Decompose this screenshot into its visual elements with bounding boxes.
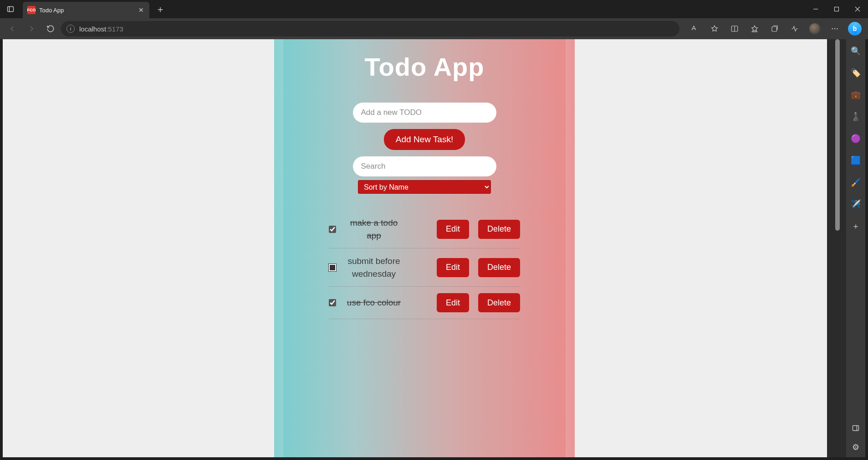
favorites-list-icon[interactable] [745, 20, 764, 37]
sidebar-add-icon[interactable]: ＋ [850, 221, 861, 232]
tab-close-button[interactable]: ✕ [138, 6, 145, 14]
edit-button[interactable]: Edit [437, 220, 469, 239]
add-todo-input[interactable] [353, 103, 496, 123]
todo-checkbox[interactable] [329, 226, 336, 233]
viewport: Todo App Add New Task! Sort by Name make… [3, 39, 846, 457]
scrollbar-thumb[interactable] [835, 39, 840, 231]
site-info-icon[interactable]: i [66, 25, 75, 33]
collections-icon[interactable] [765, 20, 784, 37]
todo-checkbox[interactable] [329, 299, 336, 306]
app-container: Todo App Add New Task! Sort by Name make… [283, 39, 566, 457]
todo-checkbox[interactable] [329, 264, 336, 271]
delete-button[interactable]: Delete [478, 220, 520, 239]
edit-button[interactable]: Edit [437, 293, 469, 312]
tab-actions-icon[interactable] [3, 1, 18, 17]
sort-select[interactable]: Sort by Name [358, 180, 491, 194]
sidebar-outlook-icon[interactable]: 🟦 [850, 155, 861, 166]
vertical-scrollbar[interactable] [827, 39, 846, 457]
add-task-button[interactable]: Add New Task! [384, 129, 465, 150]
todo-actions: EditDelete [437, 220, 520, 239]
tab-title: Todo App [39, 7, 134, 14]
url-port: :5173 [106, 25, 123, 33]
todo-actions: EditDelete [437, 258, 520, 277]
window-maximize-button[interactable] [826, 0, 847, 18]
delete-button[interactable]: Delete [478, 293, 520, 312]
todo-list: make a todo appEditDeletesubmit before w… [329, 210, 520, 319]
svg-rect-13 [853, 426, 859, 431]
profile-avatar[interactable] [805, 20, 824, 37]
svg-rect-9 [772, 27, 777, 32]
svg-point-12 [837, 28, 837, 29]
window-close-button[interactable] [847, 0, 868, 18]
nav-forward-button [23, 20, 40, 37]
todo-text: make a todo app [344, 217, 403, 242]
svg-rect-3 [835, 7, 839, 11]
nav-back-button[interactable] [4, 20, 21, 37]
url-box[interactable]: i localhost:5173 [61, 21, 679, 36]
todo-row: submit before wednesdayEditDelete [329, 248, 520, 287]
performance-icon[interactable] [785, 20, 804, 37]
svg-rect-0 [8, 7, 14, 12]
browser-tab[interactable]: FCO Todo App ✕ [23, 2, 149, 18]
sidebar-settings-icon[interactable]: ⚙ [850, 442, 861, 453]
tab-favicon-icon: FCO [27, 6, 36, 14]
delete-button[interactable]: Delete [478, 258, 520, 277]
sidebar-games-icon[interactable]: ♟️ [850, 111, 861, 122]
nav-refresh-button[interactable] [42, 20, 59, 37]
todo-actions: EditDelete [437, 293, 520, 312]
sidebar-image-edit-icon[interactable]: 🖌️ [850, 177, 861, 188]
todo-row: use fco colourEditDelete [329, 287, 520, 319]
split-screen-icon[interactable] [725, 20, 744, 37]
toolbar-right [685, 20, 864, 37]
todo-row: make a todo appEditDelete [329, 210, 520, 248]
address-bar: i localhost:5173 [0, 18, 868, 39]
sidebar-shopping-icon[interactable]: 🏷️ [850, 67, 861, 78]
sidebar-search-icon[interactable]: 🔍 [850, 46, 861, 57]
todo-text: submit before wednesday [344, 255, 403, 280]
edit-button[interactable]: Edit [437, 258, 469, 277]
sidebar-tools-icon[interactable]: 💼 [850, 89, 861, 100]
todo-text: use fco colour [344, 296, 403, 309]
sidebar-office-icon[interactable]: 🟣 [850, 133, 861, 144]
bing-chat-icon[interactable] [845, 20, 864, 37]
window-controls [805, 0, 868, 18]
page: Todo App Add New Task! Sort by Name make… [3, 39, 846, 457]
svg-point-10 [832, 28, 833, 29]
sidebar-drop-icon[interactable]: ✈️ [850, 199, 861, 210]
read-aloud-icon[interactable] [685, 20, 704, 37]
favorite-icon[interactable] [705, 20, 724, 37]
edge-sidebar: 🔍 🏷️ 💼 ♟️ 🟣 🟦 🖌️ ✈️ ＋ ⚙ [846, 39, 865, 457]
tab-bar: FCO Todo App ✕ ＋ [0, 0, 868, 18]
sidebar-hide-icon[interactable] [850, 423, 861, 434]
url-host: localhost [79, 25, 106, 33]
window-minimize-button[interactable] [805, 0, 826, 18]
new-tab-button[interactable]: ＋ [153, 2, 168, 16]
more-menu-icon[interactable] [825, 20, 844, 37]
svg-point-11 [834, 28, 835, 29]
search-input[interactable] [353, 156, 496, 176]
page-title: Todo App [364, 52, 484, 82]
url-text: localhost:5173 [79, 25, 123, 33]
